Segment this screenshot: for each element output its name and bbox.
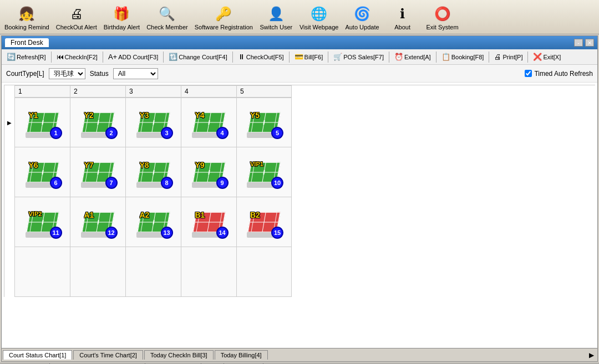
court-cell-empty-r4c5	[236, 247, 292, 297]
checkout-alert-icon: 🖨	[67, 4, 87, 24]
court-cell-B2[interactable]: B215	[236, 197, 292, 247]
visit-webpage-icon: 🌐	[309, 4, 329, 24]
toolbar-visit-webpage[interactable]: 🌐 Visit Webpage	[300, 4, 339, 30]
svg-line-46	[42, 170, 43, 175]
sep-2	[103, 52, 103, 63]
toolbar-birthday-alert[interactable]: 🎁 Birthday Alert	[104, 4, 140, 30]
court-row-3: VIP211 A112	[4, 197, 595, 247]
toolbar-exit-system[interactable]: ⭕ Exit System	[426, 4, 459, 30]
court-number-3: 3	[161, 127, 173, 139]
print-icon: 🖨	[494, 53, 501, 61]
sep-1	[51, 52, 52, 63]
action-extend[interactable]: ⏰Extend[A]	[392, 52, 434, 61]
court-label-A1: A1	[84, 211, 94, 219]
sep-4	[232, 52, 233, 63]
timed-refresh-checkbox[interactable]	[525, 70, 532, 77]
toolbar-about[interactable]: ℹ About	[386, 4, 419, 30]
minimize-button[interactable]: -	[574, 39, 583, 47]
toolbar-booking-remind[interactable]: 👧 Booking Remind	[4, 4, 49, 30]
court-cell-Y4[interactable]: Y44	[181, 98, 236, 147]
court-cell-Y1[interactable]: Y11	[14, 98, 70, 147]
court-cell-VIP2[interactable]: VIP211	[14, 197, 70, 247]
svg-line-78	[263, 170, 264, 175]
action-bill[interactable]: 💳Bill[F6]	[292, 52, 326, 61]
court-label-B1: B1	[195, 211, 205, 219]
checkin-icon: ⏮	[57, 53, 64, 61]
court-number-11: 11	[50, 227, 62, 239]
bottom-tab-court-status[interactable]: Court Status Chart[1]	[3, 350, 72, 360]
software-registration-label: Software Registration	[195, 24, 253, 30]
toolbar-checkout-alert[interactable]: 🖨 CheckOut Alert	[56, 4, 97, 30]
court-cell-A1[interactable]: A112	[70, 197, 125, 247]
court-cell-Y2[interactable]: Y22	[70, 98, 125, 147]
exit-icon: ❌	[533, 53, 542, 61]
main-window: Front Desk - ✕ 🔄Refresh[R]⏮CheckIn[F2]A+…	[1, 35, 598, 362]
action-print[interactable]: 🖨Print[P]	[491, 52, 525, 61]
court-cell-Y8[interactable]: Y88	[125, 147, 181, 197]
extend-label: Extend[A]	[404, 54, 431, 60]
court-cell-Y7[interactable]: Y77	[70, 147, 125, 197]
booking-remind-label: Booking Remind	[4, 24, 49, 30]
tab-scroll-arrow[interactable]: ▶	[587, 351, 596, 359]
action-change-court[interactable]: 🔃Change Court[F4]	[166, 52, 230, 61]
svg-line-22	[153, 120, 154, 125]
close-button[interactable]: ✕	[585, 39, 594, 47]
birthday-alert-label: Birthday Alert	[104, 24, 140, 30]
court-cell-Y6[interactable]: Y66	[14, 147, 70, 197]
action-checkout[interactable]: ⏸CheckOut[F5]	[235, 52, 287, 61]
checkout-label: CheckOut[F5]	[246, 54, 284, 60]
court-cell-B1[interactable]: B114	[181, 197, 236, 247]
action-exit[interactable]: ❌Exit[X]	[530, 52, 564, 61]
filter-bar: CourtType[L] 羽毛球 Status All Available Oc…	[2, 65, 597, 83]
action-add-court[interactable]: A+ADD Court[F3]	[105, 52, 161, 61]
court-cell-Y9[interactable]: Y99	[181, 147, 236, 197]
court-cell-Y3[interactable]: Y33	[125, 98, 181, 147]
toolbar-check-member[interactable]: 🔍 Check Member	[146, 4, 188, 30]
add-court-label: ADD Court[F3]	[118, 54, 158, 60]
front-desk-tab[interactable]: Front Desk	[5, 38, 49, 47]
action-refresh[interactable]: 🔄Refresh[R]	[4, 52, 49, 61]
bottom-tabs: Court Status Chart[1]Court's Time Chart[…	[2, 348, 597, 361]
row-arrow-1: ▶	[4, 120, 14, 126]
bill-icon: 💳	[295, 53, 303, 61]
court-cell-empty-r4c2	[70, 247, 125, 297]
extend-icon: ⏰	[394, 53, 403, 61]
bottom-tab-today-checkin[interactable]: Today CheckIn Bill[3]	[144, 350, 214, 360]
court-type-select[interactable]: 羽毛球	[49, 68, 85, 79]
court-type-label: CourtType[L]	[6, 70, 44, 78]
court-cell-A2[interactable]: A213	[125, 197, 181, 247]
exit-system-label: Exit System	[427, 24, 459, 30]
auto-update-icon: 🌀	[352, 4, 372, 24]
action-booking[interactable]: 📋Booking[F8]	[439, 52, 487, 61]
court-area: 12345▶ Y11	[2, 83, 597, 348]
bottom-tab-today-billing[interactable]: Today Billing[4]	[215, 350, 268, 360]
svg-line-94	[98, 220, 98, 224]
software-registration-icon: 🔑	[214, 4, 233, 24]
court-cell-Y5[interactable]: Y55	[236, 98, 292, 147]
toolbar-switch-user[interactable]: 👤 Switch User	[260, 4, 293, 30]
exit-system-icon: ⭕	[433, 4, 453, 24]
sep-3	[163, 52, 164, 63]
court-number-6: 6	[50, 177, 62, 189]
refresh-icon: 🔄	[7, 53, 16, 61]
action-bar: 🔄Refresh[R]⏮CheckIn[F2]A+ADD Court[F3]🔃C…	[2, 49, 597, 65]
sep-7	[389, 52, 389, 63]
court-number-14: 14	[216, 227, 229, 239]
bottom-tab-court-time[interactable]: Court's Time Chart[2]	[73, 350, 143, 360]
birthday-alert-icon: 🎁	[111, 4, 131, 24]
action-pos-sales[interactable]: 🛒POS Sales[F7]	[331, 52, 387, 61]
court-number-13: 13	[161, 227, 173, 239]
status-select[interactable]: All Available Occupied	[113, 68, 158, 79]
timed-refresh-label: Timed Auto Refresh	[534, 70, 593, 78]
col-header-4: 4	[181, 85, 236, 98]
toolbar-auto-update[interactable]: 🌀 Auto Update	[345, 4, 379, 30]
bill-label: Bill[F6]	[304, 54, 323, 60]
action-checkin[interactable]: ⏮CheckIn[F2]	[54, 52, 100, 61]
court-label-Y1: Y1	[29, 111, 38, 119]
toolbar-software-registration[interactable]: 🔑 Software Registration	[195, 4, 253, 30]
court-number-12: 12	[105, 227, 118, 239]
court-cell-VIP1[interactable]: VIP110	[236, 147, 292, 197]
checkout-alert-label: CheckOut Alert	[56, 24, 97, 30]
status-label: Status	[90, 70, 109, 78]
booking-remind-icon: 👧	[17, 4, 37, 24]
